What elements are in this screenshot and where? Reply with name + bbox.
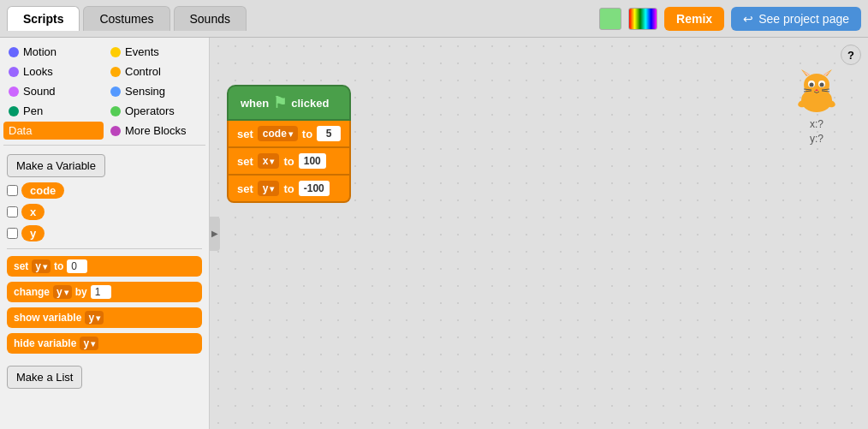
category-events[interactable]: Events bbox=[105, 43, 205, 61]
to-label-3: to bbox=[283, 182, 294, 195]
set-y-canvas-value[interactable]: -100 bbox=[299, 181, 330, 196]
set-code-block[interactable]: set code to 5 bbox=[227, 121, 351, 148]
category-motion[interactable]: Motion bbox=[3, 43, 104, 61]
variable-x-checkbox[interactable] bbox=[7, 206, 18, 217]
when-clicked-block[interactable]: when ⚑ clicked bbox=[227, 85, 351, 121]
make-list-button[interactable]: Make a List bbox=[7, 366, 82, 389]
variable-x-row: x bbox=[7, 204, 202, 220]
set-x-block[interactable]: set x to 100 bbox=[227, 148, 351, 176]
tab-costumes[interactable]: Costumes bbox=[83, 6, 169, 31]
events-dot bbox=[110, 47, 121, 57]
show-variable-block[interactable]: show variable y bbox=[7, 307, 202, 328]
pen-dot bbox=[9, 106, 19, 116]
set-x-label: set bbox=[237, 155, 253, 168]
set-y-dropdown[interactable]: y bbox=[32, 259, 51, 273]
set-y-block[interactable]: set y to 0 bbox=[7, 256, 202, 277]
remix-button[interactable]: Remix bbox=[664, 7, 724, 31]
control-dot bbox=[110, 67, 121, 77]
when-label: when bbox=[241, 97, 269, 110]
svg-point-9 bbox=[820, 83, 824, 87]
expand-panel-button[interactable]: ▶ bbox=[210, 217, 220, 251]
set-y-canvas-block[interactable]: set y to -100 bbox=[227, 176, 351, 203]
variable-y-row: y bbox=[7, 225, 202, 241]
variable-x-pill[interactable]: x bbox=[21, 204, 45, 220]
hide-variable-block[interactable]: hide variable y bbox=[7, 333, 202, 354]
set-y-label: set bbox=[237, 182, 253, 195]
sprite-info-panel: x:? y:? bbox=[791, 68, 842, 146]
sprite-y-coord: y:? bbox=[791, 132, 842, 146]
variable-code-row: code bbox=[7, 182, 202, 199]
to-label-1: to bbox=[302, 128, 312, 140]
variable-code-checkbox[interactable] bbox=[7, 185, 18, 196]
set-code-dropdown[interactable]: code bbox=[258, 126, 298, 141]
category-operators[interactable]: Operators bbox=[105, 102, 205, 120]
category-sound[interactable]: Sound bbox=[3, 82, 104, 100]
color-green-swatch[interactable] bbox=[599, 8, 621, 30]
tab-sounds[interactable]: Sounds bbox=[174, 6, 247, 31]
set-y-value[interactable]: 0 bbox=[67, 259, 87, 273]
category-pen[interactable]: Pen bbox=[3, 102, 104, 120]
sensing-dot bbox=[110, 86, 121, 97]
change-y-block[interactable]: change y by 1 bbox=[7, 282, 202, 302]
sprite-x-coord: x:? bbox=[791, 117, 842, 132]
set-code-value[interactable]: 5 bbox=[317, 126, 341, 141]
variable-y-pill[interactable]: y bbox=[21, 225, 45, 241]
change-by-value[interactable]: 1 bbox=[91, 285, 111, 299]
help-button[interactable]: ? bbox=[841, 45, 861, 65]
variable-code-pill[interactable]: code bbox=[21, 182, 64, 199]
arrow-icon: ↩ bbox=[743, 12, 753, 26]
make-variable-button[interactable]: Make a Variable bbox=[7, 154, 105, 177]
flag-icon: ⚑ bbox=[273, 93, 287, 112]
set-code-label: set bbox=[237, 128, 253, 140]
category-looks[interactable]: Looks bbox=[3, 63, 104, 80]
sprite-cat-image bbox=[791, 68, 842, 115]
looks-dot bbox=[9, 67, 19, 77]
to-label-2: to bbox=[283, 155, 294, 168]
show-variable-dropdown[interactable]: y bbox=[85, 311, 104, 325]
set-y-canvas-dropdown[interactable]: y bbox=[258, 181, 280, 196]
tab-scripts[interactable]: Scripts bbox=[7, 6, 80, 31]
more-blocks-dot bbox=[110, 126, 121, 136]
category-data[interactable]: Data bbox=[3, 122, 104, 140]
category-more-blocks[interactable]: More Blocks bbox=[105, 122, 205, 140]
color-palette-swatch[interactable] bbox=[628, 8, 657, 30]
clicked-label: clicked bbox=[291, 97, 329, 110]
script-canvas: when ⚑ clicked set code to 5 set x to 10… bbox=[210, 38, 868, 429]
motion-dot bbox=[9, 47, 19, 57]
sound-dot bbox=[9, 86, 19, 97]
category-sensing[interactable]: Sensing bbox=[105, 82, 205, 100]
variable-y-checkbox[interactable] bbox=[7, 228, 18, 239]
set-x-value[interactable]: 100 bbox=[299, 153, 326, 169]
script-block-group: when ⚑ clicked set code to 5 set x to 10… bbox=[227, 85, 351, 203]
set-x-dropdown[interactable]: x bbox=[258, 153, 280, 169]
see-project-button[interactable]: ↩ See project page bbox=[731, 7, 861, 31]
operators-dot bbox=[110, 106, 121, 116]
change-y-dropdown[interactable]: y bbox=[53, 285, 72, 299]
hide-variable-dropdown[interactable]: y bbox=[80, 337, 98, 350]
category-control[interactable]: Control bbox=[105, 63, 205, 80]
svg-point-8 bbox=[810, 83, 814, 87]
